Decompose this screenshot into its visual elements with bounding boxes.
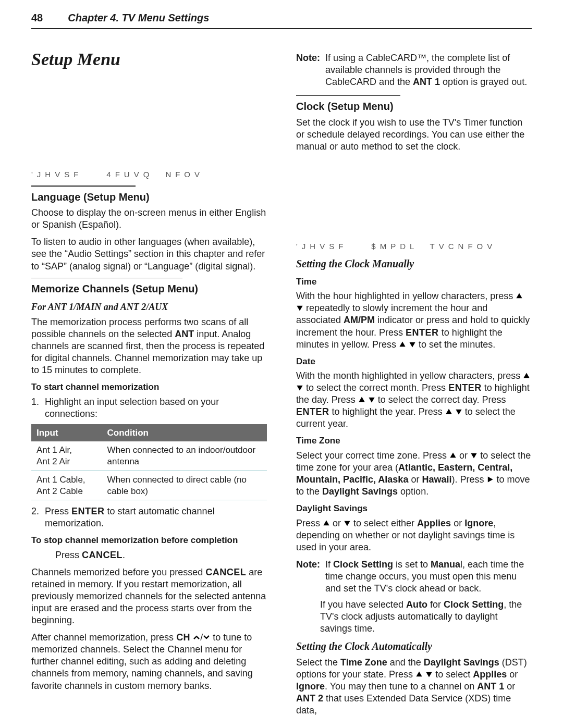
language-heading: Language (Setup Menu) <box>31 191 267 204</box>
text: for <box>427 599 444 610</box>
text: Press <box>55 550 82 560</box>
arrow-down-icon <box>455 408 462 415</box>
dst-label: Daylight Savings <box>424 657 499 668</box>
auto-clock-heading: Setting the Clock Automatically <box>296 640 532 653</box>
text: or <box>408 474 422 485</box>
cell-input: Ant 1 Cable, Ant 2 Cable <box>31 471 102 500</box>
arrow-down-icon <box>296 304 303 312</box>
memorization-steps: Highlight an input selection based on yo… <box>42 396 267 420</box>
cell-input: Ant 1 Air, Ant 2 Air <box>31 441 102 471</box>
text: or <box>457 450 470 461</box>
table-row: Ant 1 Air, Ant 2 Air When connected to a… <box>31 441 267 471</box>
ant2-label: ANT 2 <box>296 693 323 704</box>
arrow-right-icon <box>486 476 494 483</box>
memorization-steps-2: Press ENTER to start automatic channel m… <box>42 505 267 529</box>
arrow-down-icon <box>425 671 433 678</box>
daylight-savings-paragraph: Press or to select either Applies or Ign… <box>296 517 532 553</box>
text: that uses Extended Data Service (XDS) ti… <box>296 693 511 715</box>
clock-setting-label: Clock Setting <box>444 599 504 610</box>
enter-key: ENTER <box>296 406 329 417</box>
memorize-heading: Memorize Channels (Setup Menu) <box>31 282 267 296</box>
stop-memorization-heading: To stop channel memorization before comp… <box>31 535 267 546</box>
note-auto-text: If you have selected Auto for Clock Sett… <box>320 599 532 635</box>
arrow-up-icon <box>516 292 523 300</box>
memorize-subheading: For ANT 1/MAIN and ANT 2/AUX <box>31 301 267 313</box>
text: or <box>507 669 518 680</box>
arrow-down-icon <box>409 341 416 348</box>
arrow-up-icon <box>445 408 452 415</box>
figure-caption-clock: 'JHVSF $MPDL TVCNFOV <box>296 241 532 251</box>
th-condition: Condition <box>102 424 267 442</box>
time-heading: Time <box>296 276 532 288</box>
clock-heading: Clock (Setup Menu) <box>296 100 532 114</box>
text: ). Press <box>451 474 486 485</box>
text: to select the correct month. Press <box>303 382 448 393</box>
cell-condition: When connected to direct cable (no cable… <box>102 471 267 500</box>
arrow-down-icon <box>368 396 375 403</box>
chevron-down-icon <box>203 634 210 641</box>
text: . You may then tune to a channel on <box>325 681 477 692</box>
cancel-key: CANCEL <box>205 567 246 577</box>
language-p1: Choose to display the on-screen menus in… <box>31 207 267 231</box>
ant-label: ANT <box>175 329 194 339</box>
ant1-label: ANT 1 <box>413 77 440 87</box>
list-item: Highlight an input selection based on yo… <box>42 396 267 420</box>
date-paragraph: With the month highlighted in yellow cha… <box>296 370 532 430</box>
memorize-p1: The memorization process performs two sc… <box>31 316 267 376</box>
text: to highlight the year. Press <box>329 406 445 417</box>
arrow-down-icon <box>344 520 351 527</box>
applies-label: Applies <box>473 669 507 680</box>
tz-hawaii: Hawaii <box>422 474 451 485</box>
note-cablecard: Note: If using a CableCARD™, the complet… <box>296 52 532 88</box>
timezone-paragraph: Select your correct time zone. Press or … <box>296 450 532 498</box>
cancel-key: CANCEL <box>82 550 123 560</box>
note-label: Note: <box>296 559 320 595</box>
page: 48 Chapter 4. TV Menu Settings Setup Men… <box>0 0 563 728</box>
auto-label: Auto <box>406 599 427 610</box>
manual-label: Manua <box>431 559 460 570</box>
table-row: Ant 1 Cable, Ant 2 Cable When connected … <box>31 471 267 500</box>
chevron-up-icon <box>193 634 200 641</box>
text: Press <box>296 518 323 528</box>
enter-key: ENTER <box>71 506 105 516</box>
note-clock-setting: Note: If Clock Setting is set to Manual,… <box>296 559 532 595</box>
page-number: 48 <box>31 11 43 25</box>
setup-menu-heading: Setup Menu <box>31 48 267 71</box>
clock-setting-label: Clock Setting <box>333 559 393 570</box>
start-memorization-heading: To start channel memorization <box>31 381 267 393</box>
arrow-up-icon <box>415 671 423 678</box>
note-label: Note: <box>296 52 320 88</box>
ignore-label: Ignore <box>296 681 325 692</box>
text: is set to <box>393 559 431 570</box>
text: With the hour highlighted in yellow char… <box>296 291 516 301</box>
divider <box>31 186 136 187</box>
text: After channel memorization, press <box>31 632 176 643</box>
text: to select <box>433 669 473 680</box>
chapter-title: Chapter 4. TV Menu Settings <box>68 11 209 25</box>
right-column: Note: If using a CableCARD™, the complet… <box>296 48 532 722</box>
language-p2: To listen to audio in other languages (w… <box>31 236 267 272</box>
table-header-row: Input Condition <box>31 424 267 442</box>
arrow-up-icon <box>323 520 330 527</box>
memorize-tune: After channel memorization, press CH / t… <box>31 632 267 692</box>
cell-condition: When connected to an indoor/outdoor ante… <box>102 441 267 471</box>
clock-p1: Set the clock if you wish to use the TV'… <box>296 117 532 153</box>
columns: Setup Menu 'JHVSF 4FUVQ NFOV Language (S… <box>31 48 532 722</box>
note-text: If using a CableCARD™, the complete list… <box>325 52 532 88</box>
text: With the month highlighted in yellow cha… <box>296 371 523 381</box>
text: Channels memorized before you pressed <box>31 567 205 577</box>
ch-key: CH <box>176 632 190 643</box>
arrow-down-icon <box>296 384 303 391</box>
arrow-up-icon <box>399 341 406 348</box>
memorize-after-cancel: Channels memorized before you pressed CA… <box>31 566 267 626</box>
arrow-up-icon <box>449 452 457 459</box>
text: and the <box>387 657 424 668</box>
timezone-heading: Time Zone <box>296 435 532 447</box>
manual-clock-heading: Setting the Clock Manually <box>296 257 532 271</box>
enter-key: ENTER <box>448 382 482 393</box>
text: or <box>451 518 464 528</box>
text: Select the <box>296 657 340 668</box>
ignore-label: Ignore <box>464 518 493 528</box>
note-text: If Clock Setting is set to Manual, each … <box>325 559 532 595</box>
date-heading: Date <box>296 356 532 367</box>
